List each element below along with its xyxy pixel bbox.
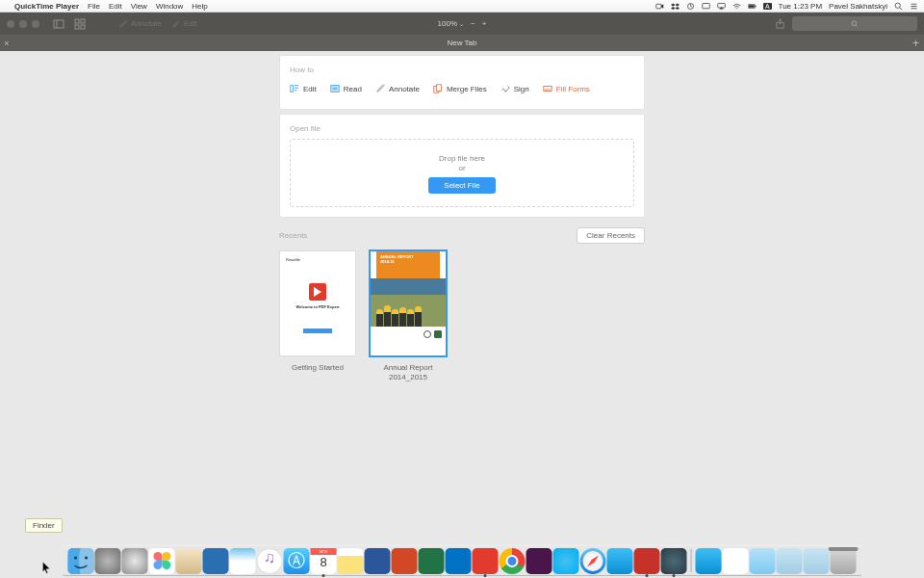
edit-tool[interactable]: Edit <box>171 19 197 29</box>
dock-spark2[interactable] <box>696 548 722 574</box>
dock-preview[interactable] <box>230 548 256 574</box>
app-name[interactable]: QuickTime Player <box>14 2 79 11</box>
dock-desktop2[interactable] <box>804 548 830 574</box>
svg-point-35 <box>85 556 88 559</box>
dock: ♫ⒶNOV8 <box>62 545 863 576</box>
recent-label: Annual Report 2014_2015 <box>370 363 447 381</box>
airplay-icon[interactable] <box>717 2 726 11</box>
dock-settings[interactable] <box>95 548 121 574</box>
drop-zone[interactable]: Drop file here or Select File <box>290 139 634 207</box>
sidebar-toggle-icon[interactable] <box>53 18 64 30</box>
howto-tab-fillforms[interactable]: ab| Fill Forms <box>543 80 590 97</box>
annotate-tool[interactable]: Annotate <box>118 19 162 29</box>
svg-line-8 <box>900 8 902 10</box>
menu-window[interactable]: Window <box>156 2 183 11</box>
howto-tab-sign[interactable]: Sign <box>500 80 529 97</box>
dock-chrome[interactable] <box>500 548 526 574</box>
svg-rect-12 <box>54 20 64 28</box>
svg-point-19 <box>852 21 857 26</box>
clock[interactable]: Tue 1:23 PM <box>779 2 823 11</box>
tab-close[interactable]: × <box>0 35 13 51</box>
dock-pdfexpert[interactable] <box>473 548 499 574</box>
dock-spark[interactable] <box>607 548 633 574</box>
dock-quicktime[interactable] <box>661 548 687 574</box>
zoom-out[interactable]: − <box>471 19 475 28</box>
dock-skype[interactable] <box>553 548 579 574</box>
dock-folder[interactable] <box>750 548 776 574</box>
menu-help[interactable]: Help <box>192 2 207 11</box>
search-input[interactable] <box>792 16 917 31</box>
tab-title[interactable]: New Tab <box>448 39 477 47</box>
dropbox-icon[interactable] <box>671 2 680 11</box>
zoom-in[interactable]: + <box>482 19 487 28</box>
dock-finder[interactable] <box>68 548 94 574</box>
battery-icon[interactable] <box>748 2 757 11</box>
keyboard-icon[interactable]: A <box>763 3 772 10</box>
display-icon[interactable] <box>702 2 710 11</box>
dock-pdf[interactable] <box>634 548 660 574</box>
select-file-button[interactable]: Select File <box>428 177 495 194</box>
svg-rect-5 <box>749 5 755 8</box>
dock-notes[interactable] <box>338 548 364 574</box>
menu-file[interactable]: File <box>88 2 100 11</box>
svg-rect-2 <box>703 3 710 8</box>
dock-desktop1[interactable] <box>777 548 803 574</box>
svg-point-34 <box>74 556 77 559</box>
dock-skype-file[interactable] <box>723 548 749 574</box>
window-controls[interactable] <box>7 20 39 28</box>
dock-outlook[interactable] <box>446 548 472 574</box>
clear-recents-button[interactable]: Clear Recents <box>577 227 645 244</box>
recent-item-annual-report[interactable]: ANNUAL REPORT 2014.15 Annual Report 2014… <box>370 250 447 381</box>
recent-item-getting-started[interactable]: Readdle Welcome to PDF Expert Getting St… <box>279 250 356 381</box>
merge-icon <box>433 84 443 93</box>
howto-section-title: How to <box>280 66 644 80</box>
dock-word[interactable] <box>365 548 391 574</box>
dock-appstore[interactable]: Ⓐ <box>284 548 310 574</box>
menu-view[interactable]: View <box>131 2 147 11</box>
svg-line-20 <box>856 25 857 26</box>
dock-safari[interactable] <box>580 548 606 574</box>
dock-itunes[interactable]: ♫ <box>257 548 283 574</box>
dock-photos[interactable] <box>149 548 175 574</box>
zoom-control[interactable]: 100% ⌄ <box>438 19 464 28</box>
howto-tab-annotate[interactable]: Annotate <box>375 80 420 97</box>
howto-tab-read[interactable]: Read <box>330 80 362 97</box>
notification-icon[interactable] <box>910 2 918 11</box>
svg-rect-30 <box>436 85 441 92</box>
recents-section: Recents Clear Recents Readdle Welcome to… <box>279 227 645 381</box>
share-icon[interactable] <box>775 18 785 29</box>
pdfexpert-logo-icon <box>309 283 326 301</box>
dock-slack[interactable] <box>526 548 552 574</box>
pen-icon <box>375 84 385 93</box>
dock-launchpad[interactable] <box>122 548 148 574</box>
dock-trash[interactable] <box>831 548 857 574</box>
dock-calendar[interactable]: NOV8 <box>311 548 337 574</box>
edit-text-icon <box>290 84 299 93</box>
dock-excel[interactable] <box>419 548 445 574</box>
form-icon: ab| <box>543 84 552 93</box>
svg-rect-0 <box>656 4 661 9</box>
user-name[interactable]: Pavel Sakhatskyi <box>829 2 887 11</box>
drop-text: Drop file here <box>439 154 485 163</box>
dock-contacts[interactable] <box>176 548 202 574</box>
menubar-right: A Tue 1:23 PM Pavel Sakhatskyi <box>655 2 918 11</box>
video-icon[interactable] <box>655 2 664 11</box>
app-window: Annotate Edit 100% ⌄ − + × New Tab + <box>0 13 924 530</box>
howto-tab-edit[interactable]: Edit <box>290 80 317 97</box>
spotlight-icon[interactable] <box>894 2 903 11</box>
howto-card: How to Edit Read Annotate Merge Files <box>279 55 645 110</box>
wifi-icon[interactable] <box>732 2 741 11</box>
dock-powerpoint[interactable] <box>392 548 418 574</box>
svg-rect-6 <box>756 5 757 6</box>
dock-trello[interactable] <box>203 548 229 574</box>
menu-edit[interactable]: Edit <box>109 2 122 11</box>
read-icon <box>330 84 340 93</box>
howto-tab-merge[interactable]: Merge Files <box>433 80 487 97</box>
tabstrip: × New Tab + <box>0 35 924 51</box>
menubar: QuickTime Player File Edit View Window H… <box>0 0 924 13</box>
sync-icon[interactable] <box>686 2 695 11</box>
titlebar: Annotate Edit 100% ⌄ − + <box>0 13 924 35</box>
drop-or: or <box>458 164 465 172</box>
tab-add[interactable]: + <box>912 38 919 49</box>
grid-icon[interactable] <box>74 18 86 30</box>
